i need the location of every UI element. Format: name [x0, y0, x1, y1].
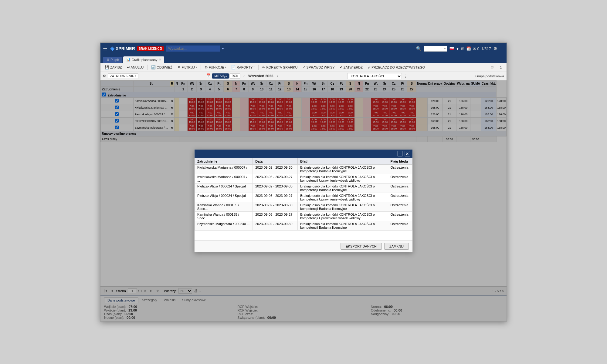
mail-icon[interactable]: ✉ 0: [473, 46, 480, 51]
tab-bar: 🖥 Pulpit 📊 Grafik planowany ✕: [100, 54, 507, 63]
modal-th-blad: Błąd: [298, 158, 388, 165]
search-dropdown-icon[interactable]: ▾: [222, 47, 224, 50]
grafik-label: Grafik planowany: [132, 58, 158, 62]
korekta-icon: ✏: [262, 65, 265, 69]
modal-blad-cell: Brakuje osób dla komórki KONTROLA JAKOŚC…: [298, 212, 388, 221]
modal-data-cell: 2023-09-02 - 2023-09-30: [253, 184, 298, 193]
x-icon[interactable]: ✕: [441, 47, 444, 51]
tab-close-icon[interactable]: ✕: [159, 58, 161, 61]
separator-1: [147, 65, 148, 70]
miesiac-btn[interactable]: MIESIĄC: [212, 73, 229, 79]
wszystkie-label: Wszystkie: [425, 47, 440, 50]
export-data-btn[interactable]: EKSPORT DANYCH: [341, 243, 382, 250]
modal-table-row[interactable]: Szymańska Małgorzata / 000240 ... 2023-0…: [195, 221, 412, 231]
filtruj-btn[interactable]: ▼ FILTRUJ ▾: [175, 65, 199, 70]
modal-table-row[interactable]: Kamińska Wanda / 000155 / Spec... 2023-0…: [195, 212, 412, 221]
funkcje-btn[interactable]: ⚙ FUNKCJE ▾: [203, 65, 228, 70]
grid-toggle-btn[interactable]: ⊞: [489, 65, 495, 70]
raporty-arrow: ▾: [253, 66, 255, 69]
zatwierdz-btn[interactable]: ✔ ZATWIERDŹ: [338, 65, 365, 70]
zatrudnienie-btn[interactable]: ZATRUDNIENIE ▾: [108, 73, 138, 79]
month-year-label: Wrzesień 2023: [246, 74, 275, 78]
modal-th-data: Data: [253, 158, 298, 165]
modal-blad-cell: Brakuje osób dla komórki KONTROLA JAKOŚC…: [298, 221, 388, 231]
modal-prog-cell: Ostrzeżenia: [388, 165, 412, 174]
raporty-btn[interactable]: 📄 RAPORTY ▾: [229, 65, 256, 70]
filter-icon: ▼: [177, 65, 181, 69]
modal-th-prog: Próg błędu: [388, 158, 412, 165]
funkcje-icon: ⚙: [205, 65, 208, 69]
modal-table-row[interactable]: Kwiatkowska Marianna / 000007 / ... 2023…: [195, 174, 412, 184]
modal-table-row[interactable]: Pietrzak Alicja / 000024 / Specjal 2023-…: [195, 184, 412, 193]
wszystkie-dropdown-icon[interactable]: ▾: [444, 47, 446, 50]
kontrola-options-icon[interactable]: ⋮: [404, 74, 407, 78]
separator-3: [258, 65, 259, 70]
grid-icon[interactable]: ⊞: [461, 46, 464, 51]
modal-zatrudnienie-cell: Kamińska Wanda / 000155 / Spec...: [195, 202, 253, 212]
pulpit-label: Pulpit: [110, 58, 119, 62]
modal-blad-cell: Brakuje osób dla komórki KONTROLA JAKOŚC…: [298, 174, 388, 184]
modal-table-row[interactable]: Kwiatkowska Marianna / 000007 / ... 2023…: [195, 165, 412, 174]
modal-table-container[interactable]: Zatrudnienie Data Błąd Próg błędu Kwiatk…: [195, 158, 412, 240]
modal-prog-cell: Ostrzeżenia: [388, 184, 412, 193]
tab-grafik[interactable]: 📊 Grafik planowany ✕: [123, 56, 164, 63]
korekta-btn[interactable]: ✏ KOREKTA GRAFIKU: [260, 65, 299, 70]
modal-data-cell: 2023-09-02 - 2023-09-30: [253, 202, 298, 212]
modal-data-cell: 2023-09-06 - 2023-09-27: [253, 174, 298, 184]
zapisz-btn[interactable]: 💾 ZAPISZ: [103, 65, 124, 70]
modal-header: − ✕: [195, 150, 412, 158]
kontrola-select[interactable]: KONTROLA JAKOŚCI: [347, 73, 402, 79]
modal-table-row[interactable]: Kamińska Wanda / 000155 / Spec... 2023-0…: [195, 202, 412, 212]
anuluj-btn[interactable]: ↩ ANULUJ: [125, 65, 146, 70]
sprawdz-icon: ✓: [303, 65, 306, 69]
modal-minimize-btn[interactable]: −: [397, 151, 403, 157]
zatwierdz-icon: ✔: [340, 65, 343, 69]
nav-search-icon[interactable]: 🔍: [416, 46, 421, 51]
odswierz-btn[interactable]: 🔄 ODŚWIEŻ: [149, 65, 174, 70]
page-count: 1/517: [481, 46, 491, 51]
flag-dropdown-icon[interactable]: ▾: [456, 46, 459, 51]
tab-pulpit[interactable]: 🖥 Pulpit: [103, 57, 122, 63]
modal-header-row: Zatrudnienie Data Błąd Próg błędu: [195, 158, 412, 165]
next-month-btn[interactable]: ›: [276, 74, 280, 79]
cancel-icon: ↩: [127, 65, 130, 69]
przelacz-btn[interactable]: ⇄ PRZEŁĄCZ DO RZECZYWISTEGO: [366, 65, 427, 70]
flag-icon[interactable]: 🇵🇱: [449, 46, 454, 51]
modal-zatrudnienie-cell: Kwiatkowska Marianna / 000007 / ...: [195, 174, 253, 184]
calendar-icon[interactable]: 📅: [466, 46, 471, 51]
toolbar: 💾 ZAPISZ ↩ ANULUJ 🔄 ODŚWIEŻ ▼ FILTRUJ ▾ …: [100, 63, 507, 72]
app-title: XPRIMER: [116, 46, 135, 51]
sigma-btn[interactable]: Σ: [498, 64, 504, 70]
wszystkie-select[interactable]: Wszystkie ✕ ▾: [424, 46, 447, 52]
modal-prog-cell: Ostrzeżenia: [388, 202, 412, 212]
modal-zatrudnienie-cell: Pietrzak Alicja / 000024 / Specjal: [195, 193, 253, 202]
zamknij-btn[interactable]: ZAMKNIJ: [384, 243, 409, 250]
more-icon[interactable]: ⋮: [500, 46, 504, 51]
rok-btn[interactable]: ROK: [229, 73, 240, 79]
prev-month-btn[interactable]: ‹: [242, 74, 246, 79]
top-nav: ☰ ◈ XPRIMER BRAK LICENCJI ▾ 🔍 Wszystkie …: [100, 43, 507, 54]
grupa-label: Grupa podstawowa: [475, 74, 504, 78]
nav-icons: ⊞ 📅 ✉ 0 1/517: [461, 46, 491, 51]
search-input[interactable]: [166, 46, 220, 52]
filtruj-arrow: ▾: [196, 66, 197, 69]
modal-data-cell: 2023-09-06 - 2023-09-27: [253, 193, 298, 202]
sprawdz-btn[interactable]: ✓ SPRAWDŹ WPISY: [301, 65, 337, 70]
modal-close-btn[interactable]: ✕: [405, 151, 410, 157]
modal-data-cell: 2023-09-06 - 2023-09-27: [253, 212, 298, 221]
modal-table-row[interactable]: Pietrzak Alicja / 000024 / Specjal 2023-…: [195, 193, 412, 202]
modal-dialog: − ✕ Zatrudnienie Data Błąd Próg błędu: [194, 149, 413, 252]
nav-right: 🔍 Wszystkie ✕ ▾ 🇵🇱 ▾ ⊞ 📅 ✉ 0 1/517 ⚙ ⋮: [416, 46, 504, 52]
calendar-view-icon: 📅: [206, 73, 211, 79]
modal-th-zatrudnienie: Zatrudnienie: [195, 158, 253, 165]
modal-blad-cell: Brakuje osób dla komórki KONTROLA JAKOŚC…: [298, 184, 388, 193]
modal-data-cell: 2023-09-02 - 2023-09-30: [253, 165, 298, 174]
settings-icon[interactable]: ⚙: [493, 46, 497, 51]
modal-zatrudnienie-cell: Pietrzak Alicja / 000024 / Specjal: [195, 184, 253, 193]
hamburger-icon[interactable]: ☰: [103, 46, 107, 52]
gear-icon-small[interactable]: ⚙: [103, 74, 106, 78]
funkcje-arrow: ▾: [225, 66, 226, 69]
view-toggle: 📅 MIESIĄC ROK: [206, 73, 240, 79]
save-icon: 💾: [105, 65, 109, 69]
nav-arrows: ‹ Wrzesień 2023 ›: [242, 74, 280, 79]
